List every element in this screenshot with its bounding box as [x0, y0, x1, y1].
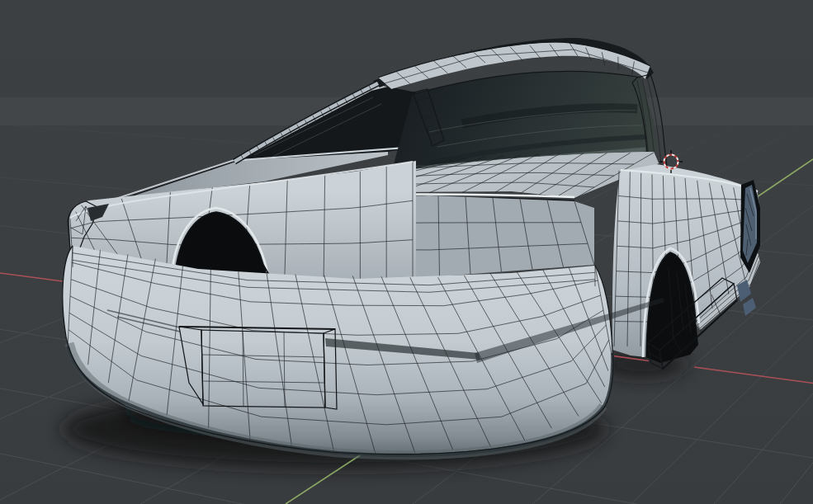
- suspension-blue-bits: [737, 280, 756, 316]
- 3d-viewport[interactable]: [0, 0, 813, 504]
- viewport-canvas: [0, 0, 813, 504]
- grid-line-y: [780, 99, 813, 504]
